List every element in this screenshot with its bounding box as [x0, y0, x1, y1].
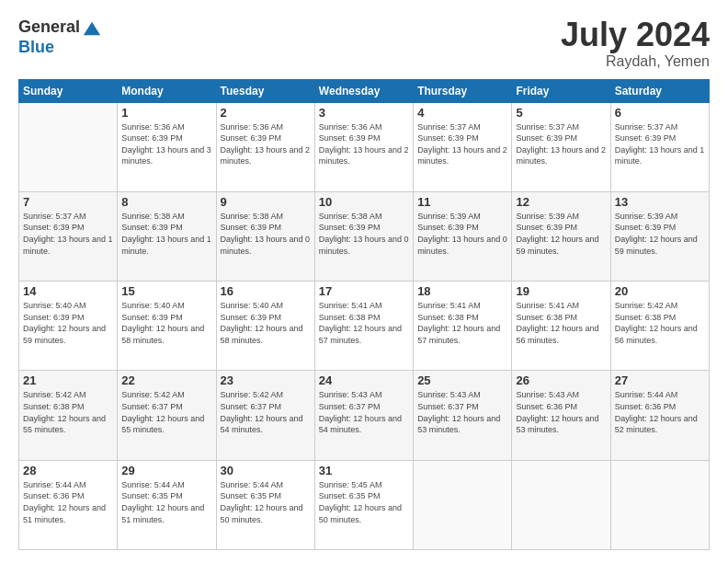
day-number: 17 — [319, 284, 409, 298]
day-info: Sunrise: 5:42 AM Sunset: 6:38 PM Dayligh… — [23, 389, 113, 435]
day-number: 9 — [221, 195, 311, 209]
day-number: 5 — [516, 106, 606, 120]
page: General Blue July 2024 Raydah, Yemen Sun… — [0, 0, 728, 563]
day-info: Sunrise: 5:36 AM Sunset: 6:39 PM Dayligh… — [221, 121, 311, 167]
day-number: 21 — [23, 373, 113, 387]
day-number: 18 — [417, 284, 507, 298]
svg-marker-0 — [84, 22, 100, 36]
day-info: Sunrise: 5:37 AM Sunset: 6:39 PM Dayligh… — [23, 211, 113, 257]
col-monday: Monday — [118, 79, 216, 102]
calendar-cell: 13Sunrise: 5:39 AM Sunset: 6:39 PM Dayli… — [610, 191, 709, 281]
calendar-cell: 23Sunrise: 5:42 AM Sunset: 6:37 PM Dayli… — [216, 371, 314, 460]
calendar-cell: 2Sunrise: 5:36 AM Sunset: 6:39 PM Daylig… — [216, 102, 314, 191]
day-number: 23 — [221, 373, 311, 387]
day-number: 13 — [615, 195, 705, 209]
day-info: Sunrise: 5:40 AM Sunset: 6:39 PM Dayligh… — [23, 300, 113, 346]
day-number: 20 — [615, 284, 705, 298]
day-info: Sunrise: 5:44 AM Sunset: 6:35 PM Dayligh… — [221, 479, 311, 525]
day-info: Sunrise: 5:41 AM Sunset: 6:38 PM Dayligh… — [319, 300, 409, 346]
calendar-cell: 1Sunrise: 5:36 AM Sunset: 6:39 PM Daylig… — [118, 102, 216, 191]
calendar-cell: 27Sunrise: 5:44 AM Sunset: 6:36 PM Dayli… — [610, 371, 709, 460]
calendar-table: Sunday Monday Tuesday Wednesday Thursday… — [18, 79, 710, 550]
week-row-2: 7Sunrise: 5:37 AM Sunset: 6:39 PM Daylig… — [19, 191, 710, 281]
day-number: 15 — [121, 284, 211, 298]
calendar-cell: 18Sunrise: 5:41 AM Sunset: 6:38 PM Dayli… — [414, 282, 512, 371]
calendar-cell: 28Sunrise: 5:44 AM Sunset: 6:36 PM Dayli… — [19, 460, 118, 549]
calendar-cell: 4Sunrise: 5:37 AM Sunset: 6:39 PM Daylig… — [414, 102, 512, 191]
calendar-cell: 11Sunrise: 5:39 AM Sunset: 6:39 PM Dayli… — [414, 191, 512, 281]
day-number: 7 — [23, 195, 113, 209]
day-info: Sunrise: 5:42 AM Sunset: 6:37 PM Dayligh… — [121, 389, 211, 435]
day-info: Sunrise: 5:37 AM Sunset: 6:39 PM Dayligh… — [615, 121, 705, 167]
day-info: Sunrise: 5:42 AM Sunset: 6:38 PM Dayligh… — [615, 300, 705, 346]
day-info: Sunrise: 5:39 AM Sunset: 6:39 PM Dayligh… — [417, 211, 507, 257]
week-row-3: 14Sunrise: 5:40 AM Sunset: 6:39 PM Dayli… — [19, 282, 710, 371]
day-number: 10 — [319, 195, 409, 209]
day-number: 26 — [516, 373, 606, 387]
day-number: 11 — [417, 195, 507, 209]
calendar-cell: 9Sunrise: 5:38 AM Sunset: 6:39 PM Daylig… — [216, 191, 314, 281]
day-info: Sunrise: 5:38 AM Sunset: 6:39 PM Dayligh… — [319, 211, 409, 257]
day-info: Sunrise: 5:43 AM Sunset: 6:36 PM Dayligh… — [516, 389, 606, 435]
calendar-cell — [414, 460, 512, 549]
logo-general-text: General — [18, 18, 80, 37]
day-info: Sunrise: 5:40 AM Sunset: 6:39 PM Dayligh… — [221, 300, 311, 346]
day-number: 16 — [221, 284, 311, 298]
col-sunday: Sunday — [19, 79, 118, 102]
day-number: 1 — [121, 106, 211, 120]
day-info: Sunrise: 5:44 AM Sunset: 6:35 PM Dayligh… — [121, 479, 211, 525]
calendar-cell: 14Sunrise: 5:40 AM Sunset: 6:39 PM Dayli… — [19, 282, 118, 371]
calendar-cell: 21Sunrise: 5:42 AM Sunset: 6:38 PM Dayli… — [19, 371, 118, 460]
title-block: July 2024 Raydah, Yemen — [561, 17, 710, 70]
calendar-cell: 17Sunrise: 5:41 AM Sunset: 6:38 PM Dayli… — [314, 282, 413, 371]
logo-icon — [82, 18, 102, 39]
day-number: 25 — [417, 373, 507, 387]
day-info: Sunrise: 5:38 AM Sunset: 6:39 PM Dayligh… — [121, 211, 211, 257]
week-row-5: 28Sunrise: 5:44 AM Sunset: 6:36 PM Dayli… — [19, 460, 710, 549]
calendar-cell: 25Sunrise: 5:43 AM Sunset: 6:37 PM Dayli… — [414, 371, 512, 460]
day-number: 28 — [23, 464, 113, 477]
day-number: 8 — [121, 195, 211, 209]
day-info: Sunrise: 5:37 AM Sunset: 6:39 PM Dayligh… — [516, 121, 606, 167]
col-tuesday: Tuesday — [216, 79, 314, 102]
day-number: 6 — [615, 106, 705, 120]
calendar-cell: 22Sunrise: 5:42 AM Sunset: 6:37 PM Dayli… — [118, 371, 216, 460]
day-number: 29 — [121, 464, 211, 477]
day-number: 4 — [417, 106, 507, 120]
month-title: July 2024 — [561, 17, 710, 53]
col-saturday: Saturday — [610, 79, 709, 102]
week-row-1: 1Sunrise: 5:36 AM Sunset: 6:39 PM Daylig… — [19, 102, 710, 191]
calendar-cell: 19Sunrise: 5:41 AM Sunset: 6:38 PM Dayli… — [512, 282, 610, 371]
calendar-cell: 5Sunrise: 5:37 AM Sunset: 6:39 PM Daylig… — [512, 102, 610, 191]
calendar-cell: 26Sunrise: 5:43 AM Sunset: 6:36 PM Dayli… — [512, 371, 610, 460]
day-info: Sunrise: 5:38 AM Sunset: 6:39 PM Dayligh… — [221, 211, 311, 257]
day-number: 24 — [319, 373, 409, 387]
day-number: 2 — [221, 106, 311, 120]
calendar-cell: 6Sunrise: 5:37 AM Sunset: 6:39 PM Daylig… — [610, 102, 709, 191]
col-wednesday: Wednesday — [314, 79, 413, 102]
calendar-cell: 15Sunrise: 5:40 AM Sunset: 6:39 PM Dayli… — [118, 282, 216, 371]
calendar-cell — [610, 460, 709, 549]
day-info: Sunrise: 5:39 AM Sunset: 6:39 PM Dayligh… — [615, 211, 705, 257]
day-number: 19 — [516, 284, 606, 298]
logo-blue-text: Blue — [18, 39, 102, 57]
logo: General Blue — [18, 17, 102, 57]
calendar-cell: 24Sunrise: 5:43 AM Sunset: 6:37 PM Dayli… — [314, 371, 413, 460]
calendar-cell: 29Sunrise: 5:44 AM Sunset: 6:35 PM Dayli… — [118, 460, 216, 549]
day-info: Sunrise: 5:43 AM Sunset: 6:37 PM Dayligh… — [417, 389, 507, 435]
location-title: Raydah, Yemen — [561, 53, 710, 70]
day-info: Sunrise: 5:41 AM Sunset: 6:38 PM Dayligh… — [417, 300, 507, 346]
calendar-cell: 3Sunrise: 5:36 AM Sunset: 6:39 PM Daylig… — [314, 102, 413, 191]
day-info: Sunrise: 5:44 AM Sunset: 6:36 PM Dayligh… — [615, 389, 705, 435]
day-info: Sunrise: 5:37 AM Sunset: 6:39 PM Dayligh… — [417, 121, 507, 167]
calendar-cell: 30Sunrise: 5:44 AM Sunset: 6:35 PM Dayli… — [216, 460, 314, 549]
calendar-cell: 10Sunrise: 5:38 AM Sunset: 6:39 PM Dayli… — [314, 191, 413, 281]
calendar-cell — [19, 102, 118, 191]
calendar-cell: 7Sunrise: 5:37 AM Sunset: 6:39 PM Daylig… — [19, 191, 118, 281]
day-number: 22 — [121, 373, 211, 387]
day-info: Sunrise: 5:41 AM Sunset: 6:38 PM Dayligh… — [516, 300, 606, 346]
day-info: Sunrise: 5:42 AM Sunset: 6:37 PM Dayligh… — [221, 389, 311, 435]
header-row: Sunday Monday Tuesday Wednesday Thursday… — [19, 79, 710, 102]
col-thursday: Thursday — [414, 79, 512, 102]
day-info: Sunrise: 5:44 AM Sunset: 6:36 PM Dayligh… — [23, 479, 113, 525]
